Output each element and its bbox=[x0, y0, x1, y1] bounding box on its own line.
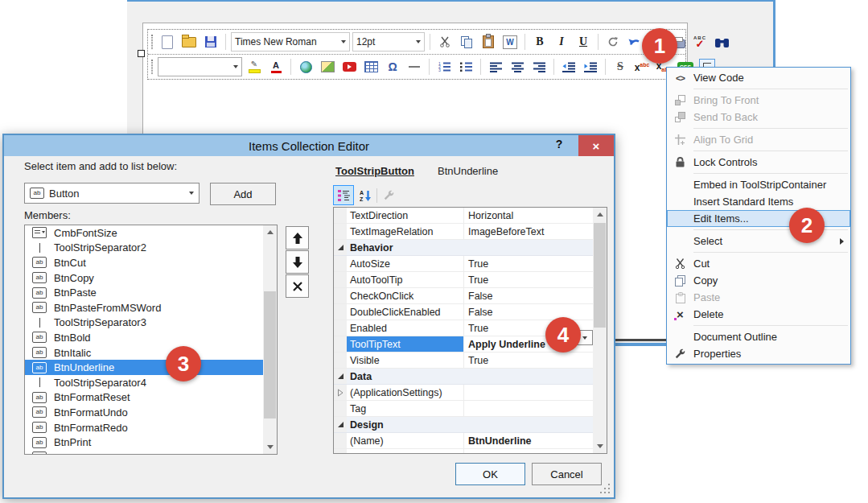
menu-item-delete[interactable]: × Delete bbox=[667, 306, 850, 323]
underline-button[interactable]: U bbox=[574, 32, 593, 52]
expand-triangle-icon[interactable] bbox=[337, 389, 343, 397]
property-row[interactable]: AutoToolTipTrue bbox=[334, 272, 607, 288]
collapse-triangle-icon[interactable] bbox=[338, 245, 343, 250]
selection-handle[interactable] bbox=[138, 50, 145, 57]
cancel-button[interactable]: Cancel bbox=[532, 463, 602, 485]
menu-item-paste[interactable]: Paste bbox=[667, 289, 850, 306]
property-row[interactable]: TextImageRelationImageBeforeText bbox=[334, 224, 607, 240]
list-item[interactable]: CmbFontSize bbox=[25, 225, 277, 241]
menu-item-send-to-back[interactable]: Send To Back bbox=[667, 109, 850, 126]
list-item[interactable]: ToolStripSeparator2 bbox=[25, 241, 277, 256]
list-item[interactable]: BtnFormatReset bbox=[25, 390, 277, 406]
close-button[interactable]: × bbox=[578, 135, 614, 156]
list-item-selected[interactable]: BtnUnderline bbox=[25, 360, 277, 375]
list-item[interactable]: BtnCut bbox=[25, 255, 277, 270]
scrollbar-thumb[interactable] bbox=[264, 291, 276, 418]
align-center-button[interactable] bbox=[508, 57, 527, 76]
open-button[interactable] bbox=[179, 32, 199, 52]
menu-item-copy[interactable]: Copy bbox=[667, 272, 850, 289]
list-item[interactable]: ToolStripSeparator3 bbox=[25, 315, 277, 331]
list-item[interactable]: BtnCopy bbox=[25, 270, 277, 286]
property-row[interactable]: Tag bbox=[334, 401, 607, 417]
insert-video-button[interactable] bbox=[339, 57, 359, 76]
move-up-button[interactable] bbox=[286, 226, 309, 249]
bullet-list-button[interactable] bbox=[456, 57, 475, 76]
list-item[interactable]: BtnPaste bbox=[25, 285, 277, 300]
help-button[interactable]: ? bbox=[551, 138, 567, 150]
menu-item-cut[interactable]: Cut bbox=[667, 255, 850, 272]
property-row[interactable]: TextDirectionHorizontal bbox=[334, 208, 607, 224]
align-left-button[interactable] bbox=[486, 57, 505, 76]
menu-item-insert-standard-items[interactable]: Insert Standard Items bbox=[667, 193, 850, 210]
menu-item-bring-to-front[interactable]: Bring To Front bbox=[667, 92, 850, 109]
bold-button[interactable]: B bbox=[530, 32, 549, 52]
scroll-down-icon[interactable] bbox=[593, 439, 607, 453]
outdent-button[interactable] bbox=[559, 57, 578, 76]
property-category[interactable]: Design bbox=[334, 417, 607, 433]
property-category[interactable]: Data bbox=[334, 369, 607, 385]
toolstrip-grip-icon[interactable] bbox=[151, 60, 153, 74]
ordered-list-button[interactable]: 123 bbox=[434, 57, 454, 76]
property-row[interactable]: CheckOnClickFalse bbox=[334, 288, 607, 304]
remove-button[interactable] bbox=[286, 274, 309, 298]
property-row[interactable]: (Name)BtnUnderline bbox=[334, 433, 607, 449]
toolstrip-grip-icon[interactable] bbox=[151, 35, 153, 49]
list-item[interactable]: BtnBold bbox=[25, 330, 277, 345]
menu-item-view-code[interactable]: <> View Code bbox=[667, 69, 850, 86]
item-type-combo[interactable]: Button bbox=[24, 183, 200, 204]
menu-item-lock-controls[interactable]: Lock Controls bbox=[667, 154, 850, 171]
save-button[interactable] bbox=[201, 32, 220, 52]
align-right-button[interactable] bbox=[529, 57, 549, 76]
menu-item-select[interactable]: Select bbox=[667, 233, 850, 249]
menu-item-embed-toolstripcontainer[interactable]: Embed in ToolStripContainer bbox=[667, 176, 850, 193]
move-down-button[interactable] bbox=[286, 250, 309, 274]
insert-link-button[interactable] bbox=[296, 57, 315, 76]
insert-table-button[interactable] bbox=[361, 57, 381, 76]
style-combo[interactable] bbox=[158, 57, 242, 76]
scroll-up-icon[interactable] bbox=[263, 225, 277, 239]
scroll-up-icon[interactable] bbox=[593, 208, 607, 221]
menu-item-align-to-grid[interactable]: Align To Grid bbox=[667, 131, 850, 148]
font-family-combo[interactable]: Times New Roman bbox=[231, 32, 350, 52]
add-button[interactable]: Add bbox=[210, 183, 276, 205]
cut-button[interactable] bbox=[435, 32, 455, 52]
alphabetical-sort-button[interactable]: AZ bbox=[356, 186, 375, 204]
ok-button[interactable]: OK bbox=[455, 463, 525, 485]
font-size-combo[interactable]: 12pt bbox=[352, 32, 425, 52]
collapse-triangle-icon[interactable] bbox=[338, 422, 343, 427]
members-scrollbar[interactable] bbox=[263, 225, 277, 454]
indent-button[interactable] bbox=[581, 57, 600, 76]
list-item[interactable]: BtnPasteFromMSWord bbox=[25, 300, 277, 315]
property-pages-button[interactable] bbox=[379, 186, 398, 204]
list-item[interactable]: BtnSpellCheck bbox=[25, 450, 277, 455]
refresh-button[interactable] bbox=[603, 32, 623, 52]
property-grid-scrollbar[interactable] bbox=[593, 208, 607, 453]
property-category[interactable]: Behavior bbox=[334, 240, 607, 256]
menu-item-properties[interactable]: Properties bbox=[667, 345, 850, 362]
property-row[interactable]: VisibleTrue bbox=[334, 353, 607, 369]
copy-button[interactable] bbox=[457, 32, 476, 52]
property-row[interactable]: (ApplicationSettings) bbox=[334, 385, 607, 401]
paste-button[interactable] bbox=[479, 32, 498, 52]
members-list[interactable]: CmbFontSize ToolStripSeparator2 BtnCut B… bbox=[24, 225, 278, 455]
italic-button[interactable]: I bbox=[552, 32, 571, 52]
paste-from-word-button[interactable]: W bbox=[500, 32, 520, 52]
list-item[interactable]: BtnFormatUndo bbox=[25, 405, 277, 420]
property-row[interactable]: GenerateMemberTrue bbox=[334, 449, 607, 454]
spellcheck-button[interactable]: ABC ✓ bbox=[690, 32, 710, 52]
scroll-down-icon[interactable] bbox=[263, 440, 277, 454]
list-item[interactable]: BtnFormatRedo bbox=[25, 420, 277, 435]
strikethrough-button[interactable]: S bbox=[611, 57, 630, 76]
new-document-button[interactable] bbox=[158, 32, 177, 52]
menu-item-document-outline[interactable]: Document Outline bbox=[667, 328, 850, 345]
horizontal-rule-button[interactable] bbox=[405, 57, 424, 76]
highlight-button[interactable]: ✎ bbox=[245, 57, 264, 76]
list-item[interactable]: BtnItalic bbox=[25, 345, 277, 361]
special-char-button[interactable]: Ω bbox=[383, 57, 402, 76]
categorized-view-button[interactable] bbox=[333, 185, 354, 205]
font-color-button[interactable]: A bbox=[266, 57, 286, 76]
find-button[interactable] bbox=[712, 32, 731, 52]
list-item[interactable]: ToolStripSeparator4 bbox=[25, 375, 277, 390]
insert-image-button[interactable] bbox=[318, 57, 337, 76]
list-item[interactable]: BtnPrint bbox=[25, 435, 277, 450]
